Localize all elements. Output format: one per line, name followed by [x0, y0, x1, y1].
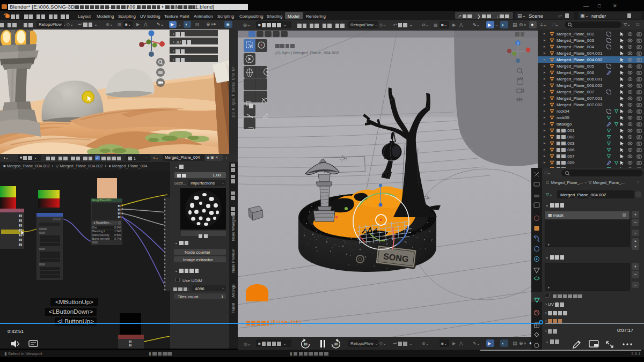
svg-text:10: 10: [304, 342, 308, 346]
svg-text:30: 30: [334, 342, 338, 346]
svg-text:z: z: [517, 41, 518, 45]
